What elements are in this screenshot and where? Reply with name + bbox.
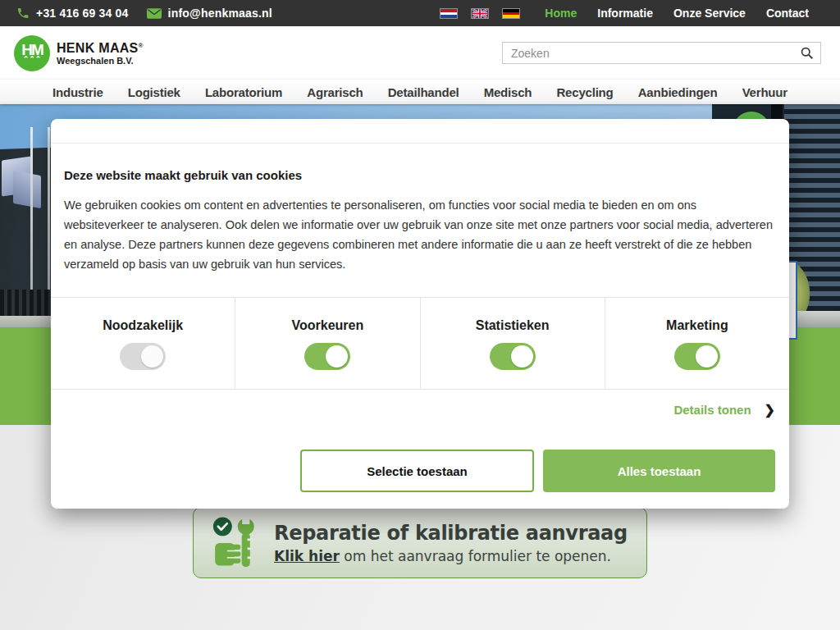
cookie-dialog-title: Deze website maakt gebruik van cookies bbox=[64, 168, 776, 182]
cookie-dialog-header bbox=[51, 119, 789, 144]
hero-flag bbox=[13, 171, 41, 208]
nav-item-industrie[interactable]: Industrie bbox=[52, 85, 103, 99]
toggle-noodzakelijk[interactable] bbox=[120, 343, 166, 370]
repair-text: Reparatie of kalibratie aanvraag Klik hi… bbox=[274, 522, 628, 564]
search-input[interactable] bbox=[511, 47, 800, 60]
logo-text: HENK MAAS® Weegschalen B.V. bbox=[57, 41, 144, 66]
cookie-dialog-body: We gebruiken cookies om content en adver… bbox=[64, 195, 776, 274]
consent-label: Marketing bbox=[666, 318, 728, 333]
search-icon[interactable] bbox=[800, 46, 814, 60]
toggle-knob bbox=[696, 345, 718, 368]
consent-col-statistieken: Statistieken bbox=[421, 298, 605, 389]
logo-mark: HM ⌃⌃⌃ bbox=[14, 35, 50, 71]
chevron-right-icon: ❯ bbox=[765, 402, 775, 418]
toggle-knob bbox=[326, 345, 348, 368]
consent-label: Noodzakelijk bbox=[103, 318, 183, 333]
cookie-consent-dialog: Deze website maakt gebruik van cookies W… bbox=[51, 119, 789, 509]
details-tonen-label: Details tonen bbox=[673, 403, 751, 417]
phone-link[interactable]: +31 416 69 34 04 bbox=[16, 7, 129, 20]
selectie-toestaan-button[interactable]: Selectie toestaan bbox=[300, 450, 534, 492]
nav-item-verhuur[interactable]: Verhuur bbox=[742, 85, 788, 99]
phone-icon bbox=[16, 7, 30, 20]
nav-item-recycling[interactable]: Recycling bbox=[556, 85, 613, 99]
topnav-item-contact[interactable]: Contact bbox=[766, 7, 809, 20]
consent-categories: Noodzakelijk Voorkeuren Statistieken Mar… bbox=[51, 297, 789, 390]
logo-peaks: ⌃⌃⌃ bbox=[23, 57, 42, 62]
top-utility-bar: +31 416 69 34 04 info@henkmaas.nl Home I… bbox=[0, 0, 840, 26]
nav-item-logistiek[interactable]: Logistiek bbox=[128, 85, 180, 99]
alles-toestaan-button[interactable]: Alles toestaan bbox=[543, 450, 775, 492]
registered-mark: ® bbox=[139, 41, 144, 48]
phone-number: +31 416 69 34 04 bbox=[36, 7, 129, 20]
consent-col-marketing: Marketing bbox=[605, 298, 789, 389]
toggle-knob bbox=[511, 345, 533, 368]
logo[interactable]: HM ⌃⌃⌃ HENK MAAS® Weegschalen B.V. bbox=[14, 35, 144, 71]
consent-label: Statistieken bbox=[476, 318, 550, 333]
klik-hier-link[interactable]: Klik hier bbox=[274, 548, 340, 564]
logo-subtitle: Weegschalen B.V. bbox=[57, 56, 144, 66]
topnav-item-onze-service[interactable]: Onze Service bbox=[673, 7, 746, 20]
toggle-voorkeuren[interactable] bbox=[304, 343, 350, 370]
nav-item-detailhandel[interactable]: Detailhandel bbox=[388, 85, 459, 99]
german-flag-icon[interactable] bbox=[502, 8, 520, 19]
language-switcher bbox=[440, 8, 520, 19]
top-nav: Home Informatie Onze Service Contact bbox=[545, 7, 809, 20]
dutch-flag-icon[interactable] bbox=[440, 8, 458, 19]
consent-label: Voorkeuren bbox=[292, 318, 364, 333]
toggle-marketing[interactable] bbox=[674, 343, 720, 370]
search-box bbox=[502, 42, 821, 64]
nav-item-medisch[interactable]: Medisch bbox=[484, 85, 532, 99]
consent-col-voorkeuren: Voorkeuren bbox=[235, 298, 420, 389]
nav-item-laboratorium[interactable]: Laboratorium bbox=[205, 85, 282, 99]
email-link[interactable]: info@henkmaas.nl bbox=[147, 7, 272, 20]
british-flag-icon[interactable] bbox=[471, 8, 489, 19]
page: +31 416 69 34 04 info@henkmaas.nl Home I… bbox=[0, 0, 840, 630]
logo-title: HENK MAAS® bbox=[57, 41, 144, 56]
repair-request-banner: Reparatie of kalibratie aanvraag Klik hi… bbox=[193, 507, 647, 578]
topnav-item-home[interactable]: Home bbox=[545, 7, 577, 20]
repair-subtitle-text: om het aanvraag formulier te openen. bbox=[340, 548, 611, 564]
cookie-buttons: Selectie toestaan Alles toestaan bbox=[51, 450, 789, 492]
nav-item-aanbiedingen[interactable]: Aanbiedingen bbox=[638, 85, 718, 99]
consent-col-noodzakelijk: Noodzakelijk bbox=[51, 298, 235, 389]
email-icon bbox=[147, 8, 162, 19]
site-header: HM ⌃⌃⌃ HENK MAAS® Weegschalen B.V. bbox=[0, 26, 840, 80]
contact-group: +31 416 69 34 04 info@henkmaas.nl bbox=[16, 7, 272, 20]
email-address: info@henkmaas.nl bbox=[168, 7, 272, 20]
repair-subtitle: Klik hier om het aanvraag formulier te o… bbox=[274, 548, 628, 564]
toggle-knob bbox=[141, 345, 163, 368]
toggle-statistieken[interactable] bbox=[490, 343, 536, 370]
details-tonen-link[interactable]: Details tonen ❯ bbox=[51, 390, 789, 429]
topnav-item-informatie[interactable]: Informatie bbox=[597, 7, 653, 20]
wrench-check-icon bbox=[212, 516, 258, 570]
main-nav: Industrie Logistiek Laboratorium Agraris… bbox=[0, 80, 840, 104]
nav-item-agrarisch[interactable]: Agrarisch bbox=[307, 85, 363, 99]
repair-title: Reparatie of kalibratie aanvraag bbox=[274, 522, 628, 545]
